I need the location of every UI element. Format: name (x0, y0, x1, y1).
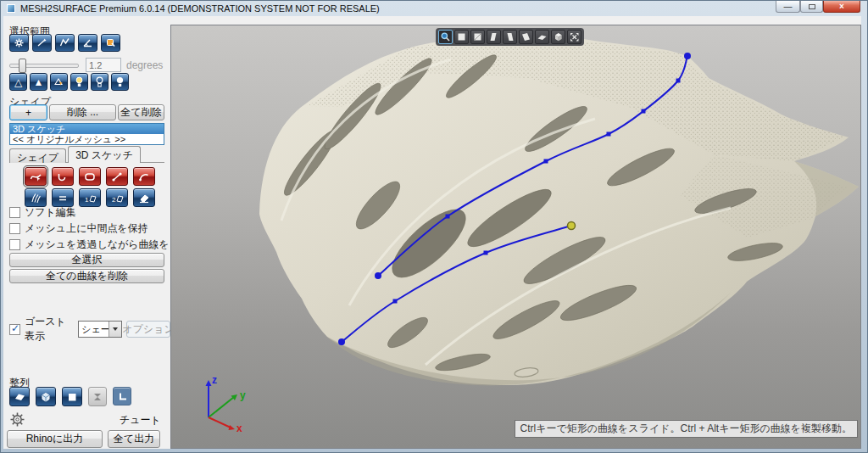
curve-control-point[interactable] (676, 79, 681, 83)
sketch-line-button[interactable] (106, 167, 128, 186)
slider-thumb[interactable] (19, 59, 26, 73)
curve-hook-icon (57, 171, 69, 182)
title-bar[interactable]: MESH2SURFACE Premium 6.0.14 (DEMONSTRATI… (1, 1, 867, 16)
maximize-button[interactable] (800, 1, 823, 13)
bulb-on-button[interactable] (70, 73, 88, 91)
list-item-3d-sketch[interactable]: 3D スケッチ (10, 124, 164, 134)
export-pdf-button[interactable] (88, 387, 107, 406)
curve-control-point[interactable] (393, 299, 398, 304)
front-square-icon (66, 391, 78, 403)
curve-endpoint[interactable] (684, 53, 691, 59)
delete-all-curves-button[interactable]: 全ての曲線を削除 (9, 269, 164, 283)
lasso-select-button[interactable] (32, 34, 52, 52)
align-box-button[interactable] (36, 387, 56, 406)
triangle-pick-button[interactable] (50, 73, 68, 91)
view-bottom-button[interactable] (535, 30, 549, 44)
list-item-original-mesh[interactable]: << オリジナルメッシュ >> (10, 134, 164, 144)
curve-endpoint[interactable] (375, 272, 381, 279)
angle-icon (82, 37, 93, 48)
through-mesh-checkbox[interactable] (9, 239, 20, 250)
pen-line-icon (36, 37, 47, 48)
export-all-button[interactable]: 全て出力 (108, 430, 160, 448)
curve-control-point[interactable] (642, 109, 646, 114)
iso-cube-icon (553, 31, 564, 42)
triangle-filled-button[interactable]: ▲ (30, 73, 47, 91)
view-back-button[interactable] (470, 30, 485, 44)
zoom-fit-button[interactable] (567, 30, 581, 44)
add-shape-button[interactable]: + (9, 104, 47, 120)
gear-icon (14, 37, 25, 48)
sketch-tools-row (25, 167, 155, 186)
close-button[interactable]: × (823, 1, 860, 13)
tab-3d-sketch[interactable]: 3D スケッチ (68, 146, 141, 163)
view-top-button[interactable] (519, 30, 533, 44)
status-message: Ctrlキーで矩形の曲線をスライド。Ctrl + Altキー矩形の曲線を複製移動… (515, 420, 858, 438)
tab-shape[interactable]: シェイプ (9, 148, 66, 163)
align-plane-button[interactable] (9, 387, 30, 406)
align-front-button[interactable] (62, 387, 82, 406)
curve-control-point[interactable] (607, 132, 611, 137)
sketch-arc-button[interactable] (133, 167, 155, 186)
options-button[interactable]: オプション (126, 321, 170, 338)
curve-control-point[interactable] (484, 251, 488, 255)
sketch-closed-curve-button[interactable] (79, 167, 101, 186)
active-curve-point[interactable] (568, 222, 576, 230)
soft-edit-checkbox[interactable] (9, 207, 20, 218)
view-right-button[interactable] (503, 30, 517, 44)
soft-edit-label: ソフト編集 (25, 205, 76, 220)
keep-midpoints-checkbox[interactable] (9, 223, 20, 234)
curve-edit-row: 1 2 (25, 188, 155, 207)
angle-slider[interactable] (9, 64, 79, 68)
3d-viewport[interactable]: z y x Ctrlキーで矩形の曲線をスライド。Ctrl + Altキー矩形の曲… (170, 25, 861, 449)
eraser-icon (138, 193, 150, 204)
coordinate-corner-button[interactable] (113, 387, 131, 405)
maximize-icon (809, 4, 815, 9)
zoom-button[interactable] (438, 30, 453, 44)
curve-control-point[interactable] (446, 215, 450, 219)
angle-unit-label: degrees (126, 59, 163, 71)
plane-tilted-icon (14, 391, 26, 402)
view-front-button[interactable] (454, 30, 469, 44)
plane-1-icon: 1 (84, 193, 97, 204)
plane-1-button[interactable]: 1 (79, 188, 101, 207)
lightbulb-on-icon (75, 76, 84, 87)
sketch-curve-button[interactable] (52, 167, 74, 186)
bulb-off-button[interactable] (91, 73, 108, 91)
ghost-display-checkbox[interactable] (9, 324, 20, 335)
svg-text:1: 1 (85, 196, 89, 204)
dropdown-arrow-icon (108, 322, 121, 337)
minimize-button[interactable]: — (776, 1, 800, 13)
selection-settings-button[interactable] (9, 34, 29, 52)
shading-value: シェーディング (79, 323, 108, 336)
app-icon (7, 4, 15, 13)
project-curves-button[interactable] (25, 188, 47, 207)
view-iso-button[interactable] (551, 30, 565, 44)
keep-midpoints-label: メッシュ上に中間点を保持 (25, 221, 148, 236)
eraser-button[interactable] (133, 188, 155, 207)
box-side-icon (520, 31, 531, 42)
polyline-icon (59, 37, 70, 48)
bulb-bright-button[interactable] (111, 73, 129, 91)
sketch-freehand-button[interactable] (25, 167, 47, 186)
angle-select-button[interactable] (78, 34, 97, 52)
brush-select-button[interactable] (101, 34, 120, 52)
triangle-outline-icon: △ (14, 77, 22, 87)
triangle-outline-button[interactable]: △ (9, 73, 27, 91)
parallel-lines-button[interactable] (52, 188, 74, 207)
settings-gear-icon[interactable] (9, 411, 25, 428)
axis-y-label: y (240, 389, 246, 401)
flat-plane-icon (537, 31, 548, 42)
curve-endpoint[interactable] (338, 338, 345, 345)
polyline-select-button[interactable] (55, 34, 75, 52)
delete-shape-button[interactable]: 削除 ... (49, 104, 116, 120)
export-rhino-button[interactable]: Rhinoに出力 (7, 430, 103, 448)
parallel-lines-icon (57, 193, 69, 204)
view-left-button[interactable] (487, 30, 501, 44)
parallelogram-left-icon (488, 31, 499, 42)
select-all-button[interactable]: 全選択 (9, 253, 164, 267)
shading-dropdown[interactable]: シェーディング (78, 321, 122, 338)
plane-2-button[interactable]: 2 (106, 188, 128, 207)
curve-control-point[interactable] (544, 159, 548, 164)
angle-value-input[interactable] (86, 58, 121, 72)
delete-all-shapes-button[interactable]: 全て削除 (118, 104, 164, 120)
